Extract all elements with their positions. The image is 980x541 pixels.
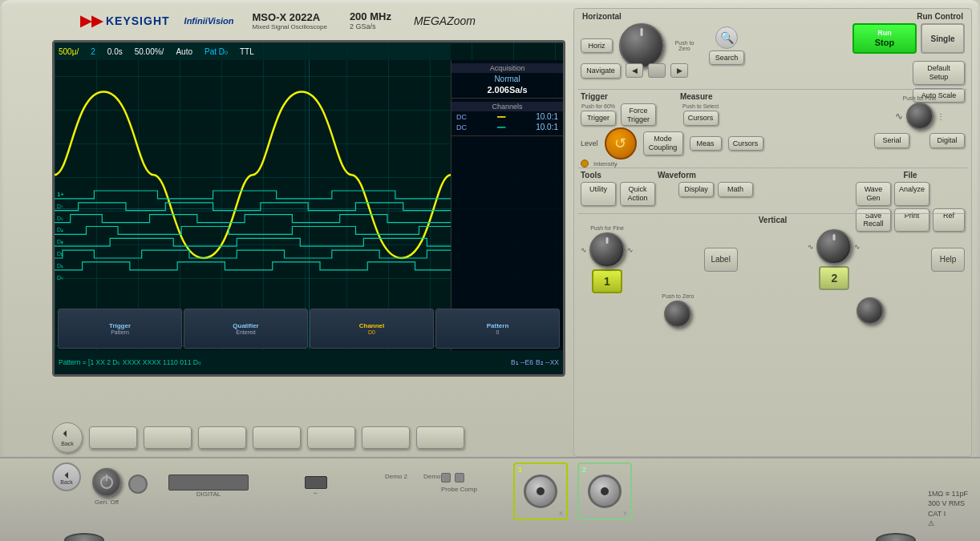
trigger-button[interactable]: Trigger	[581, 111, 616, 126]
cursors-button[interactable]: Cursors	[683, 111, 719, 126]
power-button[interactable]	[92, 468, 121, 497]
vertical-knobs-row: Push for Fine ∿ ∿ 1 Label ∿ ∿ 2	[581, 225, 965, 293]
func-btn-1-line1: Qualifier	[233, 322, 258, 329]
utility-button[interactable]: Utility	[581, 182, 616, 206]
back-btn-area: ⏴ Back	[52, 462, 81, 491]
navigate-button[interactable]: Navigate	[581, 63, 621, 79]
ch2-vertical-group: ∿ ∿ 2	[808, 229, 861, 290]
func-btn-trigger-pattern[interactable]: Trigger Pattern	[58, 309, 182, 349]
push-select-row: Intensity	[581, 159, 618, 168]
digital-button[interactable]: Digital	[929, 133, 965, 148]
run-stop-button[interactable]: Run Stop	[852, 23, 917, 54]
waveform-label: Waveform	[658, 171, 696, 180]
file-label: File	[856, 171, 965, 180]
softkey-6[interactable]	[362, 426, 410, 449]
ch2-bnc-connector[interactable]: 2 Y	[577, 462, 632, 520]
back-button[interactable]: ⏴Back	[52, 422, 83, 453]
func-btn-3-line2: 0	[496, 329, 500, 335]
digital-connector	[168, 474, 249, 491]
ch1-bnc-center	[537, 487, 545, 495]
time-display: 0.0s	[107, 47, 123, 56]
cat-rating: CAT I	[928, 509, 968, 519]
func-btn-pattern[interactable]: Pattern 0	[435, 309, 560, 349]
ch1-connector-area: 1 X	[513, 462, 568, 520]
measure-fine-group: Push for Fine ∿ ⋮ Serial Digital	[874, 95, 965, 148]
horizontal-row: Horiz Push to Zero 🔍 Search	[581, 23, 744, 68]
ch1-vertical-group: Push for Fine ∿ ∿ 1	[581, 225, 634, 293]
help-button[interactable]: Help	[931, 248, 965, 272]
digital-label: DIGITAL	[168, 491, 249, 498]
ch2-bnc[interactable]	[588, 474, 622, 508]
measure-label: Measure	[680, 92, 713, 101]
nav-stop-button[interactable]	[648, 63, 666, 78]
bottom-area: ⏴ Back Gen. Off DIGITAL ←	[0, 457, 980, 541]
b1-display: B₁ --E6	[511, 358, 533, 366]
func-btn-channel[interactable]: Channel D0	[310, 309, 434, 349]
screen-status-bar: 500μ/ 2 0.0s 50.00%/ Auto Pat D₀ TTL	[55, 42, 451, 60]
func-btn-0-line2: Pattern	[111, 329, 129, 335]
ch1-bnc-connector[interactable]: 1 X	[513, 462, 568, 520]
softkey-5[interactable]	[307, 426, 355, 449]
svg-text:D₃: D₃	[57, 239, 63, 244]
func-btn-2-line1: Channel	[359, 322, 385, 329]
label-button[interactable]: Label	[704, 248, 738, 272]
horiz-button[interactable]: Horiz	[581, 38, 613, 54]
navigate-row: Navigate ◀ ▶	[581, 63, 688, 79]
softkey-4[interactable]	[253, 426, 301, 449]
func-btn-qualifier[interactable]: Qualifier Entered	[184, 309, 308, 349]
time-div-knob[interactable]	[619, 23, 664, 68]
force-trigger-button[interactable]: Force Trigger	[621, 103, 656, 126]
ch2-position-group	[856, 297, 884, 325]
ch1-volts-div-knob[interactable]	[589, 232, 625, 268]
model-info: InfiniiVision	[184, 16, 234, 26]
trigger-level-knob[interactable]: ↺	[605, 127, 637, 159]
meas-button[interactable]: Meas	[690, 136, 722, 151]
analyze-button[interactable]: Analyze	[894, 182, 929, 206]
intensity-led	[581, 159, 589, 168]
intensity-label: Intensity	[593, 160, 618, 168]
mega-zoom-text: MEGAZoom	[414, 14, 476, 27]
ch1-bnc[interactable]	[524, 474, 557, 508]
ch1-push-fine-label: Push for Fine	[590, 225, 624, 231]
ch1-button[interactable]: 1	[592, 269, 622, 293]
math-button[interactable]: Math	[718, 182, 753, 197]
search-button[interactable]: Search	[709, 50, 744, 66]
ch2-volts-div-knob[interactable]	[816, 229, 852, 264]
serial-button[interactable]: Serial	[874, 133, 909, 148]
ch1-indicator: ━━	[497, 113, 505, 121]
quick-action-button[interactable]: Quick Action	[620, 182, 655, 206]
nav-right-button[interactable]: ▶	[670, 63, 688, 78]
ch2-position-knob[interactable]	[856, 297, 884, 325]
softkey-1[interactable]	[89, 426, 137, 449]
trigger-label: Trigger	[581, 92, 608, 101]
wave-gen-button[interactable]: Wave Gen	[856, 182, 891, 206]
ch1-connector-label: 1	[518, 466, 522, 474]
mode-coupling-button[interactable]: Mode Coupling	[643, 131, 683, 155]
divider-3	[578, 213, 967, 214]
gen-connector[interactable]	[128, 474, 148, 494]
cursors-button-2[interactable]: Cursors	[728, 136, 763, 151]
nav-left-button[interactable]: ◀	[626, 63, 643, 78]
softkey-2[interactable]	[144, 426, 192, 449]
ch1-position-knob[interactable]	[664, 301, 691, 328]
softkey-7[interactable]	[416, 426, 464, 449]
svg-text:D₂: D₂	[57, 251, 63, 256]
logo-area: ▶▶ KEYSIGHT InfiniiVision MSO-X 2022A Mi…	[80, 10, 476, 30]
push-select-label: Push to Select	[682, 103, 719, 109]
digital-connector-area: DIGITAL	[168, 474, 249, 498]
ch2-button[interactable]: 2	[819, 266, 849, 290]
ch2-wave-right-icon: ∿	[854, 243, 861, 251]
search-icon[interactable]: 🔍	[715, 26, 738, 49]
acquisition-mode: Normal	[456, 73, 558, 85]
usb-icon: ←	[305, 489, 327, 497]
sample-rate-label: 2 GSa/s	[350, 22, 391, 30]
trigger-row: Push for 60% Trigger Force Trigger	[581, 103, 656, 126]
measure-knob[interactable]	[906, 103, 933, 130]
back-round-button[interactable]: ⏴ Back	[52, 462, 81, 491]
softkey-3[interactable]	[198, 426, 246, 449]
logo-chevron-icon: ▶▶	[80, 12, 103, 30]
default-setup-button[interactable]: Default Setup	[913, 61, 965, 85]
single-button[interactable]: Single	[921, 23, 965, 54]
display-button[interactable]: Display	[678, 182, 714, 197]
probe-comp-area: Probe Comp	[441, 473, 477, 493]
